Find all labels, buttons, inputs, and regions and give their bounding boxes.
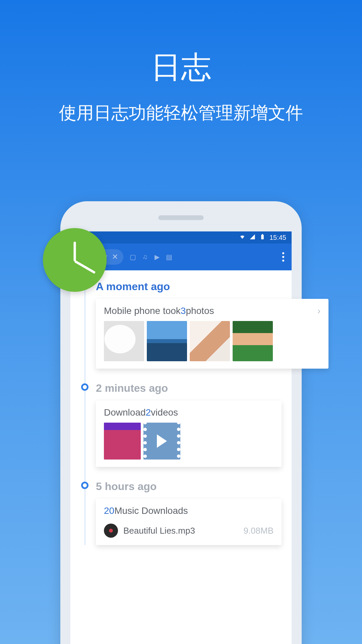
card-text-prefix: Mobile phone took (104, 306, 181, 316)
thumbnail-row (96, 321, 328, 369)
timeline-dot (81, 482, 88, 489)
card-count: 20 (104, 505, 114, 516)
card-text-prefix: Download (104, 407, 146, 418)
close-icon[interactable]: ✕ (112, 253, 118, 261)
chevron-right-icon[interactable]: › (317, 306, 320, 316)
signal-icon (249, 234, 255, 241)
log-card-header: Mobile phone took 3 photos › (96, 299, 328, 321)
disc-icon (104, 524, 118, 538)
music-filename: Beautiful Lies.mp3 (123, 526, 195, 536)
timeline-section: 5 hours ago 20 Music Downloads Beautiful… (82, 480, 292, 545)
music-icon[interactable]: ♫ (141, 253, 149, 261)
document-icon[interactable]: ▤ (166, 253, 173, 261)
card-text-suffix: videos (151, 407, 178, 418)
wifi-icon (239, 234, 245, 241)
phone-speaker (159, 215, 204, 220)
page-subtitle: 使用日志功能轻松管理新增文件 (0, 101, 362, 125)
timeline-section: A moment ago Mobile phone took 3 photos … (82, 280, 292, 369)
music-filesize: 9.08MB (243, 526, 274, 536)
svg-rect-1 (262, 234, 263, 234)
timeline-time-label: A moment ago (96, 280, 292, 293)
clock-icon (43, 228, 107, 292)
battery-icon (259, 234, 265, 241)
log-card-header: 20 Music Downloads (96, 499, 282, 521)
log-card-videos[interactable]: Download 2 videos (96, 400, 282, 467)
photo-thumbnail[interactable] (147, 321, 187, 361)
status-bar: 15:45 (70, 231, 292, 244)
overflow-menu-icon[interactable] (280, 252, 287, 262)
svg-rect-0 (261, 235, 264, 239)
page-title: 日志 (0, 47, 362, 88)
toolbar-category-icons: ▢ ♫ ▶ ▤ (129, 253, 173, 261)
photo-thumbnail[interactable] (104, 321, 144, 361)
card-text-suffix: photos (186, 306, 214, 316)
photo-thumbnail[interactable] (233, 321, 273, 361)
card-text-suffix: Music Downloads (114, 505, 188, 516)
video-thumbnail[interactable] (104, 423, 141, 460)
video-thumbnail[interactable] (143, 423, 180, 460)
timeline-time-label: 2 minutes ago (96, 382, 292, 394)
image-icon[interactable]: ▢ (129, 253, 137, 261)
log-card-photos[interactable]: Mobile phone took 3 photos › (96, 299, 328, 369)
card-count: 2 (146, 407, 151, 418)
thumbnail-row (96, 423, 282, 467)
timeline: A moment ago Mobile phone took 3 photos … (70, 270, 292, 545)
timeline-section: 2 minutes ago Download 2 videos (82, 382, 292, 467)
phone-screen: 15:45 Logger ✕ ▢ ♫ ▶ ▤ A mo (70, 231, 292, 644)
timeline-time-label: 5 hours ago (96, 480, 292, 493)
log-card-header: Download 2 videos (96, 400, 282, 423)
photo-thumbnail[interactable] (190, 321, 230, 361)
music-row[interactable]: Beautiful Lies.mp3 9.08MB (96, 521, 282, 545)
log-card-music[interactable]: 20 Music Downloads Beautiful Lies.mp3 9.… (96, 499, 282, 545)
timeline-dot (81, 383, 88, 391)
card-count: 3 (181, 306, 186, 316)
video-icon[interactable]: ▶ (154, 253, 161, 261)
status-time: 15:45 (269, 234, 286, 241)
